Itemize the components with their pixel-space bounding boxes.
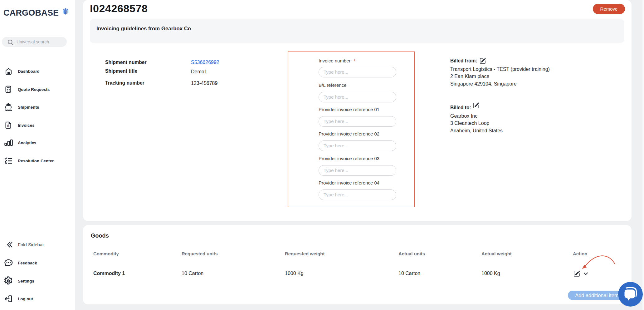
svg-text:$: $ xyxy=(7,124,9,128)
